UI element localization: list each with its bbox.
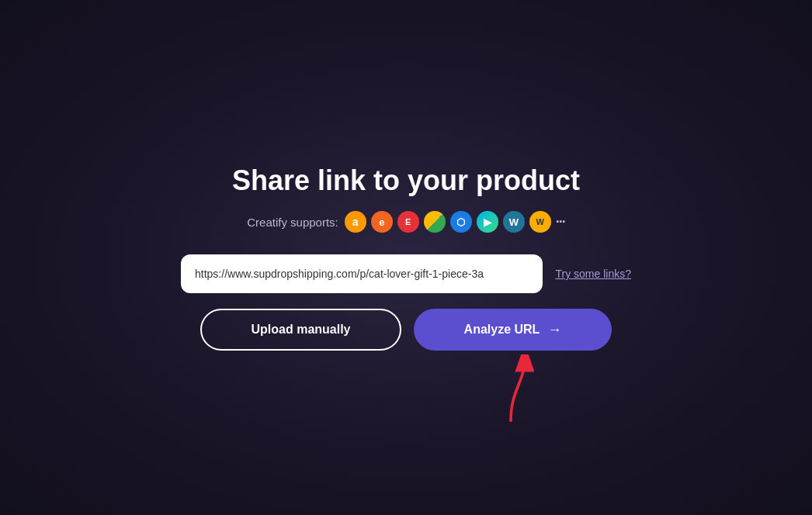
analyze-url-label: Analyze URL: [464, 323, 540, 337]
page-title: Share link to your product: [232, 164, 580, 197]
supports-label: Creatify supports:: [247, 216, 338, 229]
main-container: Share link to your product Creatify supp…: [181, 164, 631, 351]
more-platforms-icon: ···: [556, 211, 565, 233]
supports-row: Creatify supports: a e E ⬡ ▶ W W ···: [247, 211, 565, 233]
analyze-url-button[interactable]: Analyze URL →: [414, 309, 612, 351]
google-shopping-icon: [424, 211, 446, 233]
etsy-icon: e: [371, 211, 393, 233]
annotation-arrow: [488, 354, 534, 424]
ebay-icon: E: [397, 211, 419, 233]
red-arrow-svg: [488, 354, 534, 424]
amazon-icon: a: [345, 211, 366, 233]
google-play-icon: ▶: [477, 211, 498, 233]
try-links-link[interactable]: Try some links?: [555, 268, 631, 280]
appstore-icon: ⬡: [450, 211, 472, 233]
wordpress-icon: W: [503, 211, 525, 233]
wix-icon: W: [529, 211, 551, 233]
input-row: Try some links?: [181, 254, 631, 293]
platform-icons: a e E ⬡ ▶ W W ···: [345, 211, 565, 233]
arrow-right-icon: →: [547, 322, 561, 338]
upload-manually-button[interactable]: Upload manually: [200, 309, 401, 351]
url-input[interactable]: [181, 254, 543, 293]
buttons-row: Upload manually Analyze URL →: [200, 309, 612, 351]
